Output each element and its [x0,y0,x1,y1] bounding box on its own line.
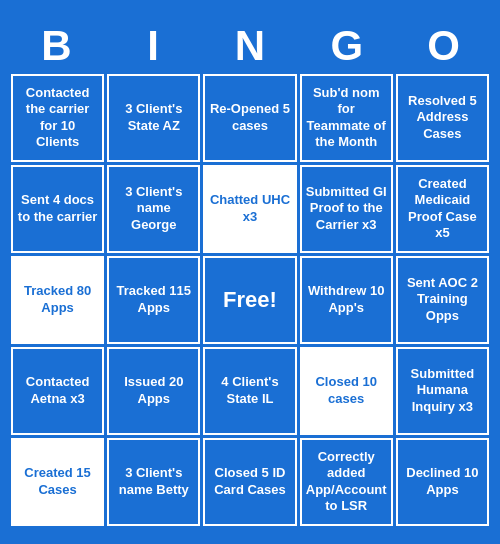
bingo-cell-14: Sent AOC 2 Training Opps [396,256,489,344]
bingo-grid: Contacted the carrier for 10 Clients3 Cl… [8,74,492,529]
bingo-cell-24: Declined 10 Apps [396,438,489,526]
bingo-cell-4: Resolved 5 Address Cases [396,74,489,162]
bingo-cell-18: Closed 10 cases [300,347,393,435]
bingo-header: BINGO [8,16,492,74]
bingo-cell-3: Sub'd nom for Teammate of the Month [300,74,393,162]
bingo-cell-23: Correctly added App/Account to LSR [300,438,393,526]
bingo-cell-15: Contacted Aetna x3 [11,347,104,435]
bingo-cell-19: Submitted Humana Inquiry x3 [396,347,489,435]
bingo-cell-2: Re-Opened 5 cases [203,74,296,162]
bingo-cell-10: Tracked 80 Apps [11,256,104,344]
bingo-cell-9: Created Medicaid Proof Case x5 [396,165,489,253]
bingo-letter-g: G [302,22,392,70]
bingo-cell-22: Closed 5 ID Card Cases [203,438,296,526]
bingo-letter-n: N [205,22,295,70]
bingo-cell-7: Chatted UHC x3 [203,165,296,253]
bingo-letter-o: O [399,22,489,70]
bingo-letter-i: I [108,22,198,70]
bingo-cell-16: Issued 20 Apps [107,347,200,435]
bingo-cell-17: 4 Client's State IL [203,347,296,435]
bingo-card: BINGO Contacted the carrier for 10 Clien… [5,13,495,532]
bingo-cell-8: Submitted GI Proof to the Carrier x3 [300,165,393,253]
bingo-cell-5: Sent 4 docs to the carrier [11,165,104,253]
bingo-cell-13: Withdrew 10 App's [300,256,393,344]
bingo-cell-20: Created 15 Cases [11,438,104,526]
bingo-cell-11: Tracked 115 Apps [107,256,200,344]
bingo-cell-12: Free! [203,256,296,344]
bingo-letter-b: B [11,22,101,70]
bingo-cell-21: 3 Client's name Betty [107,438,200,526]
bingo-cell-6: 3 Client's name George [107,165,200,253]
bingo-cell-1: 3 Client's State AZ [107,74,200,162]
bingo-cell-0: Contacted the carrier for 10 Clients [11,74,104,162]
